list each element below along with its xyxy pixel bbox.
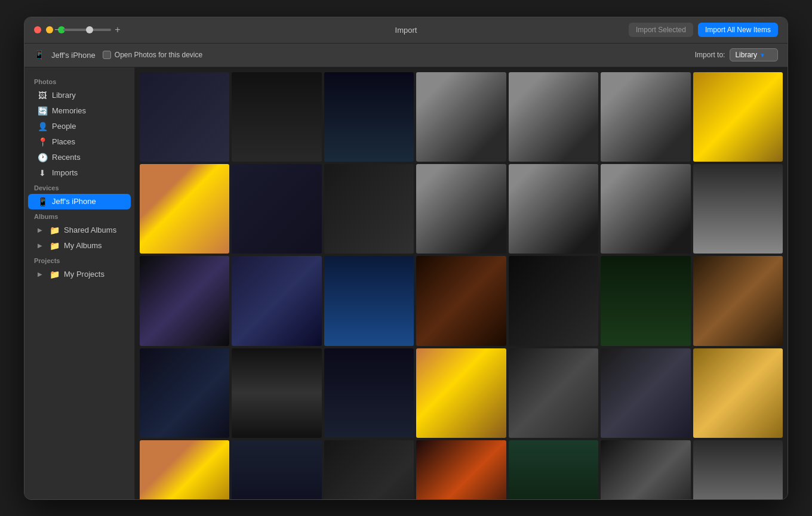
sidebar-item-my-albums[interactable]: ▶ 📁 My Albums — [28, 238, 131, 254]
main-content: Photos 🖼 Library 🔄 Memories 👤 People 📍 P… — [24, 67, 788, 499]
sidebar-item-my-projects-label: My Projects — [64, 270, 104, 279]
photo-cell[interactable] — [324, 72, 414, 162]
photo-cell[interactable] — [693, 440, 783, 499]
photo-cell[interactable] — [140, 72, 229, 162]
open-photos-checkbox[interactable] — [103, 51, 111, 59]
sidebar-item-people[interactable]: 👤 People — [28, 119, 131, 134]
recents-icon: 🕐 — [38, 153, 47, 162]
titlebar: − + Import Import Selected Import All Ne… — [24, 17, 788, 44]
photo-cell[interactable] — [324, 348, 414, 438]
people-icon: 👤 — [38, 122, 47, 131]
window-title: Import — [395, 26, 417, 35]
minimize-button[interactable] — [46, 26, 53, 33]
shared-albums-expand-icon: ▶ — [38, 227, 42, 233]
photo-cell[interactable] — [232, 164, 321, 254]
photo-cell[interactable] — [601, 348, 690, 438]
photo-cell[interactable] — [416, 72, 506, 162]
photo-cell[interactable] — [232, 440, 321, 499]
photo-cell[interactable] — [416, 440, 506, 499]
sidebar-section-photos: Photos — [24, 75, 134, 88]
photo-cell[interactable] — [140, 164, 229, 254]
iphone-icon: 📱 — [34, 50, 44, 60]
sidebar-section-devices: Devices — [24, 181, 134, 194]
photo-cell[interactable] — [693, 256, 783, 345]
import-selected-button[interactable]: Import Selected — [629, 23, 693, 37]
sidebar-section-albums: Albums — [24, 209, 134, 223]
sidebar-item-recents-label: Recents — [52, 153, 81, 162]
photo-cell[interactable] — [509, 164, 598, 254]
photo-cell[interactable] — [509, 348, 598, 438]
sidebar-item-library[interactable]: 🖼 Library — [28, 88, 131, 103]
memories-icon: 🔄 — [38, 106, 47, 116]
library-icon: 🖼 — [38, 91, 47, 100]
photo-cell[interactable] — [509, 440, 598, 499]
photo-cell[interactable] — [140, 348, 229, 438]
close-button[interactable] — [34, 26, 41, 33]
my-projects-expand-icon: ▶ — [38, 271, 42, 277]
import-destination-value: Library — [735, 51, 757, 59]
photo-cell[interactable] — [324, 164, 414, 254]
my-albums-expand-icon: ▶ — [38, 242, 42, 249]
my-albums-icon: 📁 — [50, 241, 59, 251]
zoom-slider-thumb — [86, 26, 93, 33]
sidebar-item-my-albums-label: My Albums — [64, 241, 102, 250]
photo-cell[interactable] — [232, 348, 321, 438]
places-icon: 📍 — [38, 137, 47, 147]
import-to-label: Import to: — [695, 51, 725, 59]
open-photos-text: Open Photos for this device — [115, 51, 202, 59]
sidebar-item-places-label: Places — [52, 137, 75, 146]
photo-cell[interactable] — [416, 348, 506, 438]
sidebar: Photos 🖼 Library 🔄 Memories 👤 People 📍 P… — [24, 67, 135, 499]
photo-cell[interactable] — [601, 164, 690, 254]
sidebar-item-imports[interactable]: ⬇ Imports — [28, 165, 131, 181]
photo-cell[interactable] — [140, 440, 229, 499]
device-name: Jeff's iPhone — [51, 51, 96, 60]
main-window: − + Import Import Selected Import All Ne… — [24, 17, 788, 500]
photo-cell[interactable] — [324, 440, 414, 499]
photo-cell[interactable] — [693, 348, 783, 438]
photo-cell[interactable] — [693, 72, 783, 162]
photo-cell[interactable] — [140, 256, 229, 345]
zoom-in-button[interactable]: + — [115, 25, 120, 35]
titlebar-actions: Import Selected Import All New Items — [629, 23, 778, 37]
photo-grid — [140, 72, 783, 499]
import-all-button[interactable]: Import All New Items — [698, 23, 778, 37]
photo-cell[interactable] — [601, 72, 690, 162]
open-photos-label[interactable]: Open Photos for this device — [103, 51, 202, 59]
iphone-sidebar-icon: 📱 — [38, 197, 47, 206]
zoom-out-button[interactable]: − — [54, 25, 60, 35]
zoom-slider[interactable] — [63, 29, 111, 31]
sidebar-item-memories-label: Memories — [52, 106, 86, 115]
my-projects-icon: 📁 — [50, 270, 59, 279]
sidebar-section-projects: Projects — [24, 254, 134, 267]
photo-cell[interactable] — [509, 256, 598, 345]
sidebar-item-memories[interactable]: 🔄 Memories — [28, 103, 131, 119]
photo-cell[interactable] — [232, 72, 321, 162]
photo-grid-container[interactable] — [135, 67, 788, 499]
sidebar-item-shared-albums-label: Shared Albums — [64, 225, 116, 234]
sidebar-item-places[interactable]: 📍 Places — [28, 134, 131, 150]
sidebar-item-my-projects[interactable]: ▶ 📁 My Projects — [28, 267, 131, 282]
import-to-control: Import to: Library ▼ — [695, 48, 778, 61]
sidebar-item-people-label: People — [52, 122, 76, 131]
photo-cell[interactable] — [693, 164, 783, 254]
sidebar-item-jeffs-iphone[interactable]: 📱 Jeff's iPhone — [28, 194, 131, 209]
sidebar-item-library-label: Library — [52, 91, 76, 100]
import-destination-dropdown[interactable]: Library ▼ — [730, 48, 778, 61]
sidebar-item-jeffs-iphone-label: Jeff's iPhone — [52, 197, 96, 206]
sidebar-item-imports-label: Imports — [52, 168, 78, 177]
sidebar-item-shared-albums[interactable]: ▶ 📁 Shared Albums — [28, 223, 131, 238]
sidebar-item-recents[interactable]: 🕐 Recents — [28, 150, 131, 165]
photo-cell[interactable] — [601, 440, 690, 499]
dropdown-arrow-icon: ▼ — [759, 52, 765, 58]
toolbar: 📱 Jeff's iPhone Open Photos for this dev… — [24, 44, 788, 67]
photo-cell[interactable] — [324, 256, 414, 345]
photo-cell[interactable] — [509, 72, 598, 162]
photo-cell[interactable] — [601, 256, 690, 345]
photo-cell[interactable] — [232, 256, 321, 345]
zoom-controls: − + — [54, 25, 121, 35]
shared-albums-icon: 📁 — [50, 225, 59, 235]
photo-cell[interactable] — [416, 256, 506, 345]
photo-cell[interactable] — [416, 164, 506, 254]
imports-icon: ⬇ — [38, 168, 47, 178]
